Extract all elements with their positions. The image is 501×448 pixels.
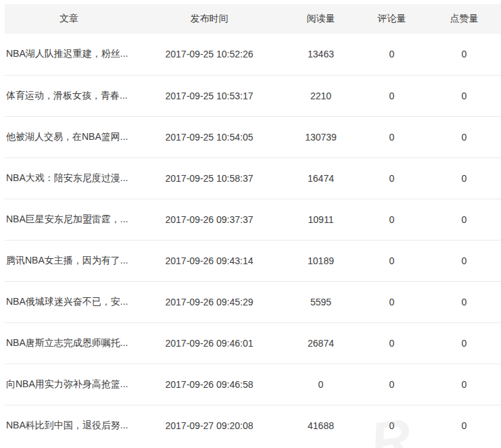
- comment-count-cell: 0: [356, 281, 427, 322]
- table-header: 文章 发布时间 阅读量 评论量 点赞量: [5, 4, 501, 34]
- article-title-cell: NBA湖人队推迟重建，粉丝...: [5, 34, 133, 75]
- comment-count-cell: 0: [356, 240, 427, 281]
- table-row: 体育运动，滑板女孩，青春... 2017-09-25 10:53:17 2210…: [5, 75, 501, 116]
- header-row: 文章 发布时间 阅读量 评论量 点赞量: [5, 4, 501, 34]
- table-row: NBA科比到中国，退役后努... 2017-09-27 09:20:08 416…: [5, 405, 501, 446]
- table-row: 腾讯NBA女主播，因为有了... 2017-09-26 09:43:14 101…: [5, 240, 501, 281]
- like-count-cell: 0: [427, 240, 501, 281]
- like-count-cell: 0: [427, 281, 501, 322]
- table-row: NBA唐斯立志完成恩师嘱托... 2017-09-26 09:46:01 268…: [5, 322, 501, 364]
- like-count-cell: 0: [427, 199, 501, 240]
- table-row: 他被湖人交易，在NBA篮网... 2017-09-25 10:54:05 130…: [5, 116, 501, 157]
- read-count-cell: 26874: [285, 322, 356, 364]
- article-title-cell: 腾讯NBA女主播，因为有了...: [5, 240, 133, 281]
- publish-time-cell: 2017-09-26 09:46:01: [133, 322, 285, 364]
- article-title-cell: 体育运动，滑板女孩，青春...: [5, 75, 133, 116]
- like-count-cell: 0: [427, 405, 501, 446]
- column-header-read-count: 阅读量: [285, 4, 356, 34]
- read-count-cell: 5595: [285, 281, 356, 322]
- comment-count-cell: 0: [356, 364, 427, 405]
- table-row: NBA巨星安东尼加盟雷霆，... 2017-09-26 09:37:37 109…: [5, 199, 501, 240]
- like-count-cell: 0: [427, 364, 501, 405]
- publish-time-cell: 2017-09-25 10:52:26: [133, 34, 285, 75]
- table-body: NBA湖人队推迟重建，粉丝... 2017-09-25 10:52:26 134…: [5, 34, 501, 446]
- like-count-cell: 0: [427, 116, 501, 157]
- like-count-cell: 0: [427, 34, 501, 75]
- article-title-cell: NBA唐斯立志完成恩师嘱托...: [5, 322, 133, 364]
- read-count-cell: 41688: [285, 405, 356, 446]
- publish-time-cell: 2017-09-25 10:53:17: [133, 75, 285, 116]
- article-title-cell: NBA俄城球迷兴奋不已，安...: [5, 281, 133, 322]
- table-row: NBA大戏：陪安东尼度过漫... 2017-09-25 10:58:37 164…: [5, 157, 501, 199]
- read-count-cell: 10189: [285, 240, 356, 281]
- like-count-cell: 0: [427, 322, 501, 364]
- like-count-cell: 0: [427, 75, 501, 116]
- article-title-cell: NBA大戏：陪安东尼度过漫...: [5, 157, 133, 199]
- article-title-cell: NBA科比到中国，退役后努...: [5, 405, 133, 446]
- read-count-cell: 0: [285, 364, 356, 405]
- column-header-comment-count: 评论量: [356, 4, 427, 34]
- read-count-cell: 13463: [285, 34, 356, 75]
- read-count-cell: 2210: [285, 75, 356, 116]
- article-stats-table: 文章 发布时间 阅读量 评论量 点赞量 NBA湖人队推迟重建，粉丝... 201…: [5, 4, 501, 446]
- article-stats-panel: 文章 发布时间 阅读量 评论量 点赞量 NBA湖人队推迟重建，粉丝... 201…: [5, 4, 501, 446]
- read-count-cell: 130739: [285, 116, 356, 157]
- comment-count-cell: 0: [356, 116, 427, 157]
- article-title-cell: NBA巨星安东尼加盟雷霆，...: [5, 199, 133, 240]
- comment-count-cell: 0: [356, 34, 427, 75]
- comment-count-cell: 0: [356, 405, 427, 446]
- comment-count-cell: 0: [356, 75, 427, 116]
- article-title-cell: 他被湖人交易，在NBA篮网...: [5, 116, 133, 157]
- comment-count-cell: 0: [356, 157, 427, 199]
- read-count-cell: 16474: [285, 157, 356, 199]
- column-header-publish-time: 发布时间: [133, 4, 285, 34]
- article-title-cell: 向NBA用实力弥补身高抢篮...: [5, 364, 133, 405]
- like-count-cell: 0: [427, 157, 501, 199]
- publish-time-cell: 2017-09-26 09:46:58: [133, 364, 285, 405]
- column-header-like-count: 点赞量: [427, 4, 501, 34]
- comment-count-cell: 0: [356, 199, 427, 240]
- comment-count-cell: 0: [356, 322, 427, 364]
- publish-time-cell: 2017-09-25 10:54:05: [133, 116, 285, 157]
- table-row: NBA俄城球迷兴奋不已，安... 2017-09-26 09:45:29 559…: [5, 281, 501, 322]
- table-row: 向NBA用实力弥补身高抢篮... 2017-09-26 09:46:58 0 0…: [5, 364, 501, 405]
- table-row: NBA湖人队推迟重建，粉丝... 2017-09-25 10:52:26 134…: [5, 34, 501, 75]
- column-header-article: 文章: [5, 4, 133, 34]
- publish-time-cell: 2017-09-26 09:43:14: [133, 240, 285, 281]
- publish-time-cell: 2017-09-26 09:37:37: [133, 199, 285, 240]
- publish-time-cell: 2017-09-26 09:45:29: [133, 281, 285, 322]
- read-count-cell: 10911: [285, 199, 356, 240]
- publish-time-cell: 2017-09-25 10:58:37: [133, 157, 285, 199]
- publish-time-cell: 2017-09-27 09:20:08: [133, 405, 285, 446]
